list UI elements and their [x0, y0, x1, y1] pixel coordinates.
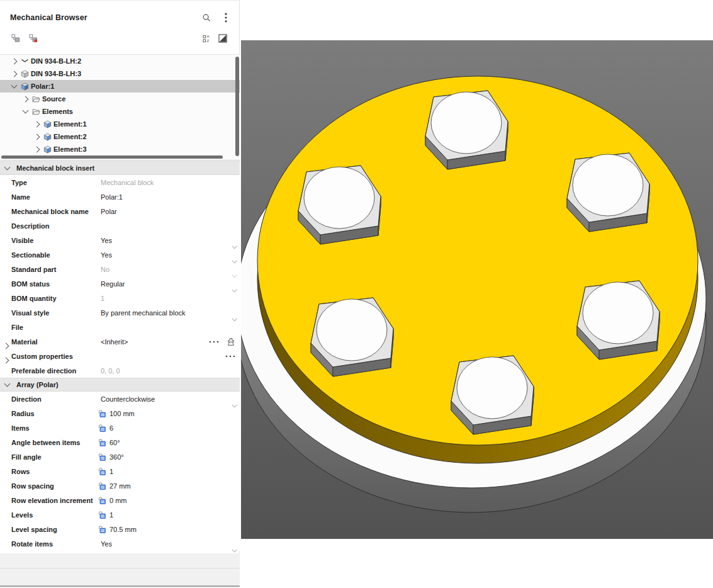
- property-row-custom-properties[interactable]: Custom properties: [0, 349, 240, 363]
- property-row-fill-angle[interactable]: Fill angle 360°: [0, 449, 240, 464]
- hex-bolt-5[interactable]: [311, 298, 393, 376]
- property-label: Sectionable: [11, 251, 50, 259]
- property-row-levels[interactable]: Levels 1: [0, 507, 240, 522]
- insert-block-icon[interactable]: [9, 32, 22, 45]
- property-value[interactable]: Yes: [98, 237, 112, 244]
- property-row-name[interactable]: Name Polar:1: [0, 189, 240, 204]
- unlock-icon[interactable]: [98, 496, 106, 505]
- property-value[interactable]: 1: [98, 295, 104, 302]
- hex-bolt-1[interactable]: [425, 91, 508, 169]
- property-row-row-elevation-increment[interactable]: Row elevation increment 0 mm: [0, 493, 240, 507]
- property-value[interactable]: Yes: [98, 540, 112, 548]
- unlock-icon[interactable]: [98, 438, 106, 447]
- property-row-file[interactable]: File: [0, 320, 240, 334]
- remove-block-icon[interactable]: [27, 32, 40, 45]
- property-value[interactable]: 0, 0, 0: [98, 367, 120, 375]
- property-row-radius[interactable]: Radius 100 mm: [0, 406, 240, 421]
- property-value[interactable]: Yes: [98, 251, 112, 259]
- tree-item[interactable]: Elements: [0, 105, 240, 118]
- section-header[interactable]: Mechanical block insert: [0, 161, 240, 175]
- tree-expander-icon[interactable]: [10, 82, 18, 90]
- property-row-material[interactable]: Material <Inherit>: [0, 334, 240, 349]
- property-row-preferable-direction[interactable]: Preferable direction 0, 0, 0: [0, 363, 240, 378]
- property-value[interactable]: Polar: [98, 208, 117, 215]
- property-value[interactable]: Polar:1: [98, 193, 123, 201]
- tree-item[interactable]: Polar:1: [0, 80, 240, 93]
- search-icon[interactable]: [200, 11, 213, 24]
- tree-item[interactable]: Element:3: [0, 143, 240, 155]
- property-value[interactable]: 27 mm: [98, 482, 131, 490]
- property-value[interactable]: 6: [98, 424, 113, 433]
- unlock-icon[interactable]: [98, 482, 106, 490]
- unlock-icon[interactable]: [98, 453, 106, 461]
- cube-gray-icon: [20, 69, 29, 78]
- property-value[interactable]: Regular: [98, 280, 125, 288]
- unlock-icon[interactable]: [98, 511, 106, 519]
- property-row-level-spacing[interactable]: Level spacing 70.5 mm: [0, 522, 240, 536]
- property-value[interactable]: <Inherit>: [98, 338, 128, 346]
- tree-expander-icon[interactable]: [10, 57, 18, 65]
- property-row-row-spacing[interactable]: Row spacing 27 mm: [0, 478, 240, 493]
- property-value[interactable]: 1: [98, 467, 113, 476]
- property-row-standard-part[interactable]: Standard part No: [0, 262, 240, 276]
- property-row-rotate-items[interactable]: Rotate items Yes: [0, 536, 240, 551]
- tree-item[interactable]: DIN 934-B-LH:3: [0, 67, 240, 80]
- tree-vertical-scrollbar[interactable]: [235, 57, 239, 156]
- dropdown-chevron-icon[interactable]: [233, 542, 237, 553]
- tree-item[interactable]: Source: [0, 93, 240, 105]
- unlock-icon[interactable]: [98, 525, 106, 534]
- tree-item-label: Polar:1: [31, 82, 54, 90]
- property-row-bom-status[interactable]: BOM status Regular: [0, 276, 240, 291]
- property-row-direction[interactable]: Direction Counterclockwise: [0, 392, 240, 406]
- tree-expander-icon[interactable]: [33, 120, 40, 128]
- property-row-mechanical-block-name[interactable]: Mechanical block name Polar: [0, 204, 240, 218]
- property-row-description[interactable]: Description: [0, 218, 240, 233]
- unlock-icon[interactable]: [98, 424, 106, 433]
- tree-expander-icon[interactable]: [21, 95, 29, 103]
- property-value[interactable]: 360°: [98, 453, 124, 461]
- property-value[interactable]: 60°: [98, 438, 120, 447]
- flange-assembly[interactable]: [241, 76, 706, 512]
- hex-bolt-2[interactable]: [567, 153, 649, 232]
- property-value[interactable]: Mechanical block: [98, 179, 154, 186]
- property-row-rows[interactable]: Rows 1: [0, 464, 240, 478]
- property-value[interactable]: 70.5 mm: [98, 525, 137, 534]
- property-value[interactable]: 1: [98, 511, 113, 519]
- tree-expander-icon[interactable]: [21, 108, 29, 115]
- hex-bolt-6[interactable]: [298, 166, 381, 244]
- property-row-visual-style[interactable]: Visual style By parent mechanical block: [0, 305, 240, 320]
- hex-bolt-4[interactable]: [451, 356, 534, 434]
- property-value[interactable]: 100 mm: [98, 409, 135, 418]
- property-value[interactable]: Counterclockwise: [98, 395, 155, 403]
- collapse-icon[interactable]: [4, 381, 11, 387]
- tree-expander-icon[interactable]: [33, 145, 40, 153]
- property-row-bom-quantity[interactable]: BOM quantity 1: [0, 291, 240, 305]
- kebab-menu-icon[interactable]: [220, 11, 232, 24]
- ellipsis-icon[interactable]: [209, 341, 219, 343]
- tree-item[interactable]: Element:1: [0, 118, 240, 130]
- flange-scene[interactable]: [241, 40, 713, 539]
- unlock-icon[interactable]: [98, 467, 106, 476]
- property-row-visible[interactable]: Visible Yes: [0, 233, 240, 247]
- tree-item[interactable]: DIN 934-B-LH:2: [0, 55, 240, 67]
- property-row-type[interactable]: Type Mechanical block: [0, 175, 240, 189]
- viewport-3d[interactable]: [241, 40, 713, 539]
- property-value[interactable]: 0 mm: [98, 496, 127, 505]
- tree-expander-icon[interactable]: [10, 70, 18, 77]
- tree-item[interactable]: Element:2: [0, 130, 240, 143]
- property-value[interactable]: By parent mechanical block: [98, 309, 186, 317]
- tree-expander-icon[interactable]: [33, 133, 40, 140]
- contrast-icon[interactable]: [216, 32, 229, 45]
- section-header[interactable]: Array (Polar): [0, 378, 240, 392]
- property-value[interactable]: No: [98, 266, 109, 273]
- sort-alpha-icon[interactable]: AZ: [200, 32, 213, 45]
- hex-bolt-3[interactable]: [577, 281, 660, 359]
- tree-horizontal-scrollbar[interactable]: [1, 155, 223, 159]
- unlock-icon[interactable]: [98, 409, 106, 418]
- property-row-sectionable[interactable]: Sectionable Yes: [0, 247, 240, 262]
- property-row-angle-between-items[interactable]: Angle between items 60°: [0, 435, 240, 449]
- ellipsis-icon[interactable]: [225, 355, 235, 358]
- collapse-icon[interactable]: [4, 164, 11, 171]
- property-row-items[interactable]: Items 6: [0, 421, 240, 435]
- paintbrush-icon[interactable]: [227, 337, 235, 346]
